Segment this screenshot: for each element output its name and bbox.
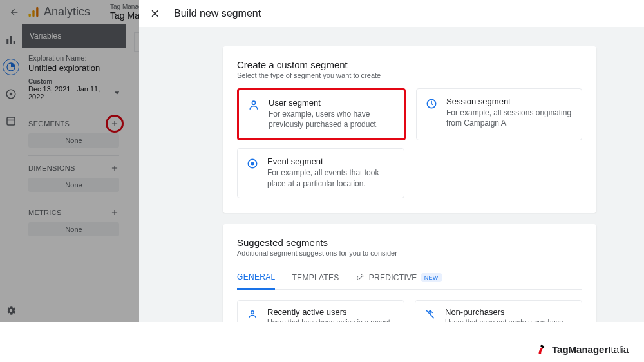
- session-icon: [424, 97, 439, 111]
- event-segment-desc: For example, all events that took place …: [267, 167, 396, 188]
- svg-point-14: [251, 162, 254, 166]
- suggested-subtitle: Additional segment suggestions for you t…: [237, 249, 582, 257]
- nav-report-icon[interactable]: [5, 33, 17, 46]
- tab-templates[interactable]: TEMPLATES: [292, 267, 339, 289]
- suggested-recently-active[interactable]: Recently active users Users that have be…: [237, 300, 404, 322]
- date-range[interactable]: Dec 13, 2021 - Jan 11, 2022: [28, 85, 119, 100]
- svg-point-15: [251, 311, 254, 314]
- exploration-name-label: Exploration Name:: [28, 54, 119, 62]
- add-dimension-button[interactable]: [110, 164, 119, 173]
- svg-point-11: [252, 101, 256, 104]
- svg-point-8: [10, 93, 13, 96]
- svg-point-7: [6, 90, 15, 99]
- suggested-non-purchasers[interactable]: Non-purchasers Users that have not made …: [415, 300, 582, 322]
- add-segment-button[interactable]: [110, 119, 119, 128]
- nav-explore-icon[interactable]: [5, 61, 17, 73]
- wand-icon: [356, 273, 365, 282]
- exploration-name[interactable]: Untitled exploration: [28, 63, 119, 73]
- session-segment-title: Session segment: [446, 97, 574, 106]
- svg-rect-3: [6, 39, 8, 44]
- modal-title: Build new segment: [174, 8, 261, 19]
- suggested-recent-desc: Users that have been active in a recent …: [267, 318, 396, 322]
- variables-header[interactable]: Variables —: [22, 24, 126, 48]
- svg-rect-9: [7, 117, 15, 125]
- custom-segment-title: Create a custom segment: [237, 59, 582, 70]
- svg-rect-1: [32, 10, 34, 17]
- variables-panel: Variables — Exploration Name: Untitled e…: [22, 24, 126, 322]
- dimensions-label: DIMENSIONS: [28, 164, 75, 172]
- dimensions-none[interactable]: None: [28, 178, 119, 192]
- user-icon: [245, 307, 260, 321]
- user-segment-title: User segment: [269, 98, 396, 108]
- analytics-logo: Analytics: [27, 5, 90, 19]
- event-segment-title: Event segment: [267, 157, 396, 166]
- custom-segment-subtitle: Select the type of segment you want to c…: [237, 71, 582, 79]
- new-badge: NEW: [421, 273, 442, 282]
- close-button[interactable]: [148, 6, 162, 21]
- svg-rect-5: [14, 41, 15, 44]
- suggested-title: Suggested segments: [237, 237, 582, 248]
- watermark-icon: [535, 341, 549, 357]
- user-segment-option[interactable]: User segment For example, users who have…: [237, 88, 406, 140]
- non-purchaser-icon: [423, 307, 437, 321]
- chevron-down-icon: [115, 91, 119, 95]
- suggested-tabs: GENERAL TEMPLATES PREDICTIVE NEW: [237, 266, 582, 290]
- tab-general[interactable]: GENERAL: [237, 266, 275, 290]
- suggested-nonpurch-title: Non-purchasers: [445, 307, 563, 317]
- collapse-icon[interactable]: —: [109, 31, 118, 41]
- svg-rect-4: [10, 36, 12, 44]
- nav-admin-icon[interactable]: [5, 304, 17, 317]
- session-segment-desc: For example, all sessions originating fr…: [446, 108, 574, 128]
- svg-rect-2: [36, 6, 38, 17]
- watermark: TagManagerItalia: [535, 341, 629, 357]
- date-custom-label: Custom: [28, 78, 119, 85]
- annotation-circle: [106, 115, 124, 133]
- tab-predictive[interactable]: PREDICTIVE NEW: [356, 267, 442, 289]
- suggested-recent-title: Recently active users: [267, 307, 396, 317]
- add-metric-button[interactable]: [110, 208, 119, 217]
- segments-none[interactable]: None: [28, 133, 119, 148]
- event-icon: [245, 157, 260, 171]
- svg-rect-0: [29, 13, 31, 17]
- variables-header-label: Variables: [30, 32, 61, 41]
- suggested-nonpurch-desc: Users that have not made a purchase: [445, 318, 563, 322]
- app-title: Analytics: [44, 5, 90, 19]
- suggested-segments-card: Suggested segments Additional segment su…: [223, 224, 596, 322]
- svg-point-6: [7, 63, 15, 71]
- session-segment-option[interactable]: Session segment For example, all session…: [416, 88, 582, 140]
- metrics-label: METRICS: [28, 209, 62, 216]
- nav-rail: [0, 24, 22, 322]
- nav-configure-icon[interactable]: [5, 115, 17, 128]
- user-segment-desc: For example, users who have previously p…: [269, 109, 396, 129]
- back-button[interactable]: [5, 3, 23, 21]
- event-segment-option[interactable]: Event segment For example, all events th…: [237, 148, 404, 198]
- metrics-none[interactable]: None: [28, 222, 119, 236]
- nav-advertising-icon[interactable]: [5, 88, 17, 100]
- build-segment-modal: Build new segment Create a custom segmen…: [139, 0, 644, 322]
- user-icon: [247, 98, 261, 112]
- segments-label: SEGMENTS: [28, 120, 70, 128]
- custom-segment-card: Create a custom segment Select the type …: [223, 46, 596, 213]
